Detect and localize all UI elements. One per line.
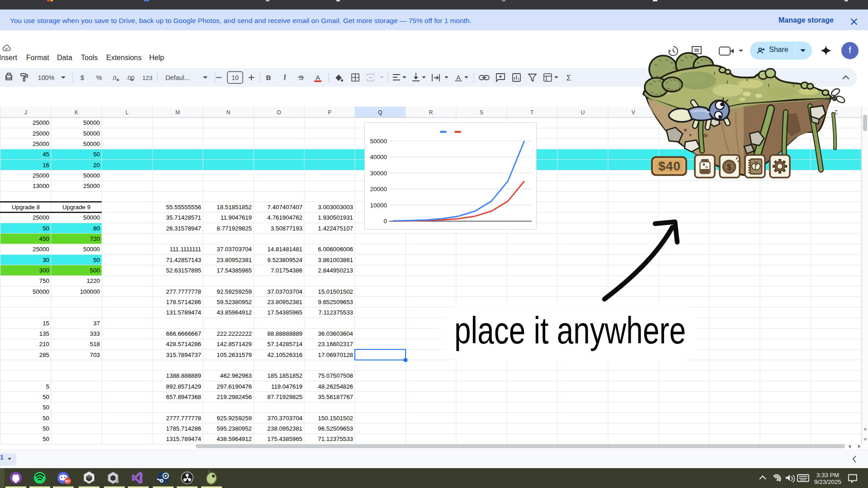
- svg-text:$40: $40: [658, 159, 681, 173]
- svg-text:$: $: [727, 162, 732, 172]
- svg-text:6: 6: [115, 478, 118, 484]
- svg-text:9/23/2025: 9/23/2025: [814, 479, 841, 485]
- svg-text:9+: 9+: [66, 479, 70, 483]
- svg-text:place it anywhere: place it anywhere: [454, 309, 686, 352]
- svg-text:3:33 PM: 3:33 PM: [816, 472, 839, 479]
